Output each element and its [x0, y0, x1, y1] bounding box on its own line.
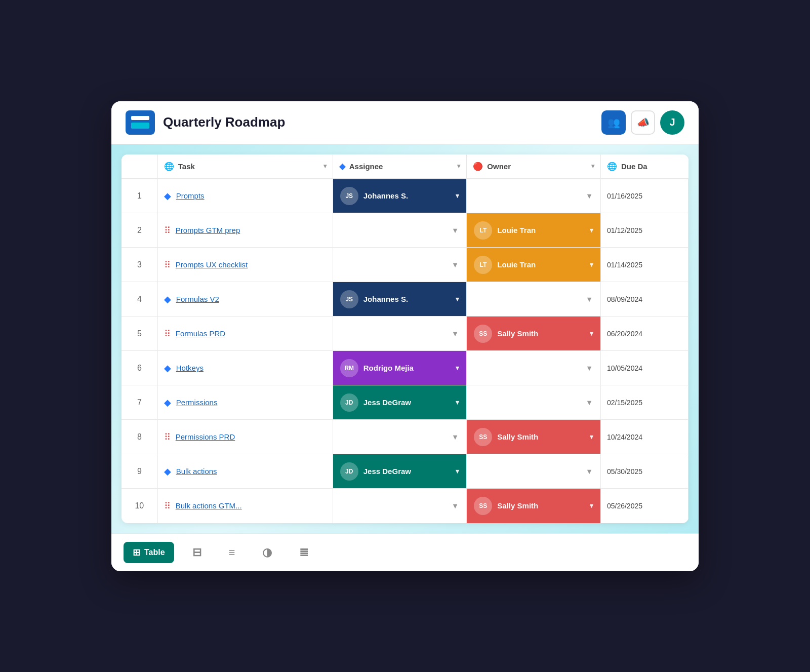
assignee-caret[interactable]: ▾ [456, 295, 459, 303]
diamond-icon: ◆ [164, 466, 171, 477]
due-date-cell: 02/15/2025 [600, 385, 688, 420]
assignee-chip[interactable]: JSJohannes S.▾ [333, 179, 467, 213]
due-date-cell: 01/12/2025 [600, 213, 688, 248]
owner-name: Sally Smith [497, 501, 538, 510]
table-row: 1◆PromptsJSJohannes S.▾▾01/16/2025 [122, 179, 688, 213]
assignee-name: Rodrigo Mejia [363, 364, 414, 372]
due-date-cell: 10/24/2024 [600, 420, 688, 454]
task-name[interactable]: Prompts GTM prep [176, 226, 240, 234]
assignee-chip[interactable]: JSJohannes S.▾ [333, 282, 467, 316]
col-header-due: 🌐 Due Da [600, 154, 688, 179]
owner-caret[interactable]: ▾ [590, 261, 593, 268]
assignee-caret[interactable]: ▾ [456, 364, 459, 372]
assignee-col-caret[interactable]: ▾ [457, 163, 460, 170]
chart-icon: ◑ [262, 546, 272, 559]
owner-chip[interactable]: LTLouie Tran▾ [467, 248, 600, 282]
task-name[interactable]: Hotkeys [176, 364, 204, 372]
assignee-caret[interactable]: ▾ [456, 399, 459, 406]
owner-cell[interactable]: SSSally Smith▾ [467, 317, 601, 351]
due-date-cell: 01/16/2025 [600, 179, 688, 213]
assignee-caret[interactable]: ▾ [456, 192, 459, 200]
assignee-cell[interactable]: JSJohannes S.▾ [333, 282, 467, 317]
due-date-cell: 10/05/2024 [600, 351, 688, 385]
assignee-cell[interactable]: JSJohannes S.▾ [333, 179, 467, 213]
owner-caret[interactable]: ▾ [590, 433, 593, 441]
footer-toolbar: ⊞ Table ⊟ ≡ ◑ ≣ [111, 533, 699, 571]
task-name[interactable]: Prompts [176, 191, 205, 200]
table-icon: ⊞ [133, 547, 140, 558]
col-header-assignee: ◆ Assignee ▾ [333, 154, 467, 179]
assignee-empty[interactable]: ▾ [333, 317, 467, 350]
assignee-caret[interactable]: ▾ [456, 467, 459, 475]
table-row: 9◆Bulk actionsJDJess DeGraw▾▾05/30/2025 [122, 454, 688, 489]
assignee-empty[interactable]: ▾ [333, 420, 467, 454]
owner-col-label: Owner [487, 162, 511, 171]
task-name[interactable]: Prompts UX checklist [176, 260, 248, 269]
assignee-empty[interactable]: ▾ [333, 248, 467, 282]
diamond-icon: ◆ [164, 363, 171, 374]
owner-chip[interactable]: SSSally Smith▾ [467, 317, 600, 350]
owner-caret[interactable]: ▾ [590, 226, 593, 234]
owner-cell[interactable]: LTLouie Tran▾ [467, 248, 601, 282]
owner-chip[interactable]: LTLouie Tran▾ [467, 213, 600, 247]
user-avatar[interactable]: J [660, 110, 684, 135]
row-num: 3 [122, 248, 157, 282]
assignee-chip[interactable]: JDJess DeGraw▾ [333, 454, 467, 488]
owner-empty[interactable]: ▾ [467, 385, 600, 419]
owner-caret[interactable]: ▾ [590, 502, 593, 509]
owner-empty[interactable]: ▾ [467, 454, 600, 488]
assignee-cell[interactable]: RMRodrigo Mejia▾ [333, 351, 467, 385]
assignee-cell[interactable]: JDJess DeGraw▾ [333, 454, 467, 489]
board-view-button[interactable]: ⊟ [183, 541, 211, 564]
col-header-task: 🌐 Task ▾ [157, 154, 333, 179]
announce-icon: 📣 [637, 116, 650, 129]
task-name[interactable]: Formulas V2 [176, 295, 219, 303]
task-col-caret[interactable]: ▾ [323, 163, 327, 170]
row-num: 8 [122, 420, 157, 454]
task-cell: ⠿Prompts GTM prep [157, 213, 333, 248]
table-view-button[interactable]: ⊞ Table [124, 542, 174, 563]
diamond-icon: ◆ [164, 294, 171, 305]
settings-button[interactable]: ≣ [290, 541, 317, 564]
assignee-empty[interactable]: ▾ [333, 489, 467, 523]
table-row: 3⠿Prompts UX checklist▾LTLouie Tran▾01/1… [122, 248, 688, 282]
task-name[interactable]: Bulk actions [176, 467, 217, 476]
row-num: 1 [122, 179, 157, 213]
assignee-cell: ▾ [333, 317, 467, 351]
task-name[interactable]: Permissions PRD [176, 432, 235, 441]
owner-empty[interactable]: ▾ [467, 179, 600, 213]
announce-button[interactable]: 📣 [631, 110, 655, 135]
col-header-owner: 🔴 Owner ▾ [467, 154, 601, 179]
table-label: Table [144, 548, 165, 557]
owner-chip[interactable]: SSSally Smith▾ [467, 489, 600, 523]
task-name[interactable]: Formulas PRD [176, 329, 225, 338]
assignee-cell[interactable]: JDJess DeGraw▾ [333, 385, 467, 420]
owner-col-caret[interactable]: ▾ [591, 163, 594, 170]
due-date-cell: 01/14/2025 [600, 248, 688, 282]
due-col-label: Due Da [621, 162, 647, 171]
owner-empty[interactable]: ▾ [467, 351, 600, 385]
assignee-chip[interactable]: JDJess DeGraw▾ [333, 385, 467, 419]
assignee-name: Johannes S. [363, 191, 408, 200]
owner-cell: ▾ [467, 351, 601, 385]
task-name[interactable]: Permissions [176, 398, 218, 407]
owner-cell[interactable]: LTLouie Tran▾ [467, 213, 601, 248]
row-num: 2 [122, 213, 157, 248]
assignee-empty[interactable]: ▾ [333, 213, 467, 247]
owner-caret[interactable]: ▾ [590, 330, 593, 337]
owner-cell[interactable]: SSSally Smith▾ [467, 420, 601, 454]
assignee-chip[interactable]: RMRodrigo Mejia▾ [333, 351, 467, 385]
filter-button[interactable]: ≡ [220, 541, 245, 564]
owner-empty[interactable]: ▾ [467, 282, 600, 316]
owner-cell: ▾ [467, 385, 601, 420]
owner-cell[interactable]: SSSally Smith▾ [467, 489, 601, 523]
diamond-icon: ◆ [164, 190, 171, 202]
page-title: Quarterly Roadmap [163, 114, 593, 130]
logo-bar-bottom [131, 123, 149, 129]
users-button[interactable]: 👥 [601, 110, 626, 135]
row-num: 10 [122, 489, 157, 523]
owner-chip[interactable]: SSSally Smith▾ [467, 420, 600, 454]
assignee-cell: ▾ [333, 489, 467, 523]
task-name[interactable]: Bulk actions GTM... [176, 501, 242, 510]
chart-button[interactable]: ◑ [253, 541, 281, 564]
